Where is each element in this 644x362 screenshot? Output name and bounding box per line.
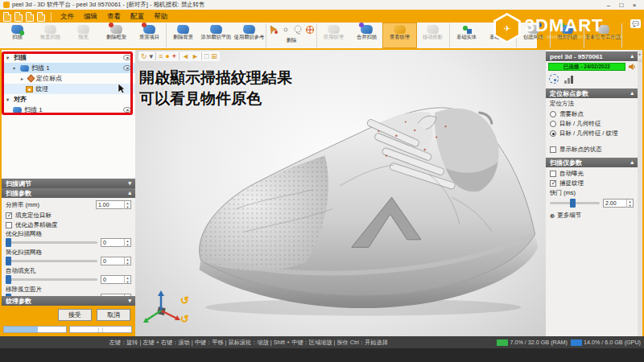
mesh-view-icon[interactable]: ≡ xyxy=(159,52,163,60)
section-scanner-params[interactable]: 扫描仪参数 ▴ xyxy=(546,158,638,167)
reset-project-button[interactable]: 重置项目 xyxy=(133,23,166,47)
radio-selected-icon[interactable] xyxy=(550,130,556,137)
scan-button[interactable]: 扫描 xyxy=(1,23,34,47)
section-scan-adjust[interactable]: 扫描调节 ▾ xyxy=(2,179,135,188)
radio-icon[interactable] xyxy=(550,111,556,117)
navigation-axes-gizmo[interactable] xyxy=(142,288,180,330)
chat-icon[interactable]: 💬 xyxy=(630,19,641,28)
stepper-arrows-icon[interactable]: ▲▼ xyxy=(124,239,130,247)
stepper-arrows-icon[interactable]: ▲▼ xyxy=(124,201,130,209)
cancel-button[interactable]: 取消 xyxy=(97,309,130,321)
simplify-mesh-slider[interactable] xyxy=(6,260,97,262)
rotate-arrow-icon[interactable]: ↺ xyxy=(180,294,189,306)
expander-icon[interactable]: ▾ xyxy=(6,97,11,102)
eye-icon[interactable] xyxy=(123,107,131,113)
export-scan-icon[interactable] xyxy=(37,12,45,22)
menu-file[interactable]: 文件 xyxy=(57,12,77,22)
more-details-link[interactable]: ⊕ 更多细节 xyxy=(550,212,634,220)
next-clip-icon[interactable]: ► xyxy=(192,52,199,60)
pointer-delete-icon[interactable] xyxy=(268,25,279,35)
speaker-icon[interactable] xyxy=(628,63,636,71)
simplify-mesh-stepper[interactable]: 0 ▲▼ xyxy=(101,257,131,265)
add-clipping-plane-button[interactable]: 添加裁切平面 xyxy=(200,23,233,47)
calibration-target-icon[interactable] xyxy=(549,74,559,84)
menu-config[interactable]: 配置 xyxy=(127,12,147,22)
radio-geometry-texture[interactable]: 目标 / 几何特征 / 纹理 xyxy=(550,129,634,138)
stepper-arrows-icon[interactable]: ▲▼ xyxy=(124,276,130,284)
section-positioning-params[interactable]: 定位标点参数 ▴ xyxy=(546,88,638,98)
expander-icon[interactable]: ▸ xyxy=(21,76,26,81)
shutter-stepper[interactable]: 2.00 ▲▼ xyxy=(603,199,634,208)
tree-item-targets[interactable]: ▸ 定位标点 xyxy=(2,73,135,84)
view-orientation-icon[interactable]: ↻ xyxy=(141,52,147,60)
checkbox-icon[interactable] xyxy=(550,171,556,177)
delete-frames-button[interactable]: 删除框架 xyxy=(100,23,133,47)
apply-texture-button[interactable]: 应用纹理 xyxy=(317,23,350,47)
optimize-boundary-checkbox-row[interactable]: 优化边界精确度 xyxy=(6,220,131,229)
eye-icon[interactable] xyxy=(123,55,131,60)
target-delete-icon[interactable] xyxy=(304,25,315,35)
optimize-mesh-stepper[interactable]: 0 ▲▼ xyxy=(101,238,131,247)
shutter-slider[interactable] xyxy=(550,202,600,204)
checkbox-icon[interactable] xyxy=(550,146,556,153)
checkbox-checked-icon[interactable] xyxy=(6,212,12,219)
collapse-panel-icon[interactable]: ▸ xyxy=(639,51,642,56)
sphere-view-icon[interactable]: ● xyxy=(165,52,169,60)
point-select-icon[interactable] xyxy=(280,25,291,35)
stepper-arrows-icon[interactable]: ▲▼ xyxy=(124,257,130,265)
select-rect-icon[interactable]: □ xyxy=(204,52,208,60)
dropdown-caret-icon[interactable]: ▾ xyxy=(150,52,154,60)
scanner-panel-header[interactable]: peel 3d - 9570061 ▴ xyxy=(546,51,638,61)
target-move-icon[interactable]: + xyxy=(172,52,176,60)
tree-item-texture[interactable]: 纹理 xyxy=(2,84,135,94)
radio-need-targets[interactable]: 需要标点 xyxy=(550,109,634,119)
base-entity-button[interactable]: 基础实体 xyxy=(450,23,483,47)
merge-scans-button[interactable]: 合并扫描 xyxy=(350,23,383,47)
scanned-shoe-model[interactable] xyxy=(190,80,544,322)
eye-icon[interactable] xyxy=(123,65,131,71)
checkbox-checked-icon[interactable] xyxy=(550,180,556,187)
float-panel-icon[interactable]: □ xyxy=(638,58,641,63)
checkbox-icon[interactable] xyxy=(6,222,12,228)
lasso-select-icon[interactable] xyxy=(292,25,303,35)
menu-view[interactable]: 查看 xyxy=(104,12,124,22)
minimize-button[interactable]: – xyxy=(602,2,615,9)
select-grid-icon[interactable]: ⊞ xyxy=(211,52,217,60)
radio-geometry[interactable]: 目标 / 几何特征 xyxy=(550,119,634,129)
viewport-3d[interactable]: ↻ ▾ ≡ ● + ◄ ► □ ⊞ 開啟顯示掃描紋理結果 可以看見物件原色 xyxy=(135,50,546,336)
stepper-arrows-icon[interactable]: ▲▼ xyxy=(626,200,633,208)
new-project-icon[interactable] xyxy=(3,12,11,22)
show-target-status-row[interactable]: 显示标点的状态 xyxy=(550,145,634,154)
tree-item-scan1[interactable]: ▾ 扫描 1 xyxy=(2,63,135,73)
capture-texture-row[interactable]: 捕捉纹理 xyxy=(550,179,634,187)
menu-help[interactable]: 帮助 xyxy=(151,12,171,22)
import-scan-icon[interactable] xyxy=(26,12,34,22)
auto-exposure-row[interactable]: 自动曝光 xyxy=(550,169,634,178)
maximize-button[interactable]: □ xyxy=(615,2,628,9)
auto-fill-holes-stepper[interactable]: 0 ▲▼ xyxy=(101,275,131,284)
resolution-stepper[interactable]: 1.00 ▲▼ xyxy=(96,200,131,209)
tree-item-align-scan1[interactable]: 扫描 1 xyxy=(2,105,135,115)
radio-icon[interactable] xyxy=(550,121,556,127)
preview-button[interactable]: 预览 xyxy=(67,23,100,47)
section-scan-params[interactable]: 扫描参数 ▴ xyxy=(2,188,135,198)
move-projection-button[interactable]: 移动投影 xyxy=(416,23,449,47)
section-texture-params[interactable]: 纹理参数 ▾ xyxy=(2,296,135,306)
view-texture-button[interactable]: 查看纹理 xyxy=(383,23,416,47)
optimize-mesh-slider[interactable] xyxy=(6,241,97,244)
delete-background-button[interactable]: 删除背景 xyxy=(167,23,200,47)
use-clipping-reference-button[interactable]: 使用裁切参考 xyxy=(233,23,266,47)
accept-button[interactable]: 接受 xyxy=(58,309,92,321)
close-button[interactable]: × xyxy=(628,2,641,9)
tree-section-align[interactable]: ▾ 对齐 xyxy=(2,94,135,105)
rotate-arrow-icon[interactable]: ↺ xyxy=(180,313,189,325)
prev-clip-icon[interactable]: ◄ xyxy=(182,52,189,60)
auto-fill-holes-slider[interactable] xyxy=(6,278,97,281)
expander-icon[interactable]: ▾ xyxy=(6,55,11,60)
expander-icon[interactable]: ▾ xyxy=(13,65,18,71)
fill-targets-checkbox-row[interactable]: 填充定位目标 xyxy=(6,211,131,220)
menu-edit[interactable]: 编辑 xyxy=(80,12,101,22)
open-project-icon[interactable] xyxy=(14,12,23,22)
rotate-view-arrows[interactable]: ↺ ↺ xyxy=(180,294,189,325)
tree-section-scan[interactable]: ▾ 扫描 xyxy=(2,52,135,63)
